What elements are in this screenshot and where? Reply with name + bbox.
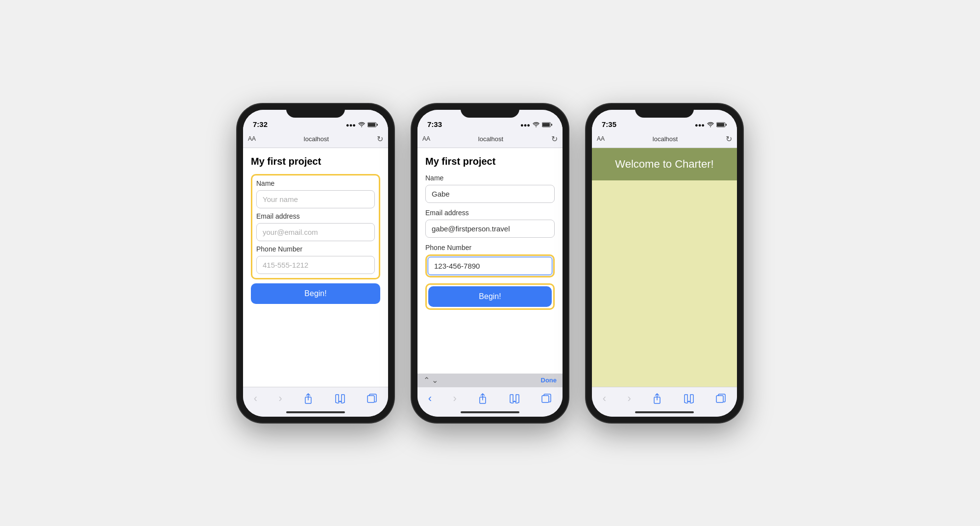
begin-button-1[interactable]: Begin! <box>251 283 380 304</box>
name-label-1: Name <box>256 179 375 187</box>
phone-1: 7:32 ●●● AA localhost ↻ My <box>237 104 394 423</box>
bottom-toolbar-3: ‹ › <box>592 387 737 408</box>
forward-button-3[interactable]: › <box>624 391 635 406</box>
page-title-2: My first project <box>425 156 555 167</box>
home-indicator-1 <box>243 408 388 417</box>
welcome-body-3 <box>592 180 737 387</box>
browser-bar-3: AA localhost ↻ <box>592 131 737 148</box>
browser-url-2[interactable]: localhost <box>434 135 547 143</box>
keyboard-arrows-2: ⌃ ⌄ <box>423 376 438 385</box>
svg-rect-2 <box>377 124 378 125</box>
share-button-1[interactable] <box>299 392 317 405</box>
bookmarks-button-3[interactable] <box>680 393 698 404</box>
svg-rect-1 <box>368 123 375 126</box>
begin-button-2[interactable]: Begin! <box>428 286 552 307</box>
share-button-3[interactable] <box>648 392 666 405</box>
back-button-3[interactable]: ‹ <box>599 391 610 406</box>
wifi-icon <box>358 122 365 128</box>
email-group-1: Email address <box>256 212 375 241</box>
notch-2 <box>461 104 519 118</box>
phone-3: 7:35 ●●● AA localhost ↻ <box>586 104 743 423</box>
battery-icon <box>368 122 378 128</box>
browser-url-1[interactable]: localhost <box>260 135 373 143</box>
signal-icon-3: ●●● <box>695 122 705 128</box>
bookmarks-button-1[interactable] <box>331 393 349 404</box>
browser-bar-2: AA localhost ↻ <box>417 131 563 148</box>
status-icons-3: ●●● <box>695 122 727 128</box>
forward-button-1[interactable]: › <box>275 391 286 406</box>
share-button-2[interactable] <box>474 392 491 405</box>
email-label-1: Email address <box>256 212 375 220</box>
notch-1 <box>286 104 345 118</box>
email-input-2[interactable] <box>425 220 555 238</box>
status-time-3: 7:35 <box>602 120 616 128</box>
phone-group-1: Phone Number <box>256 245 375 274</box>
content-area-2: My first project Name Email address Phon… <box>417 148 563 374</box>
name-group-2: Name <box>425 174 555 203</box>
form-highlight-1: Name Email address Phone Number <box>251 174 380 279</box>
arrow-down[interactable]: ⌄ <box>432 376 438 385</box>
svg-rect-7 <box>551 124 552 125</box>
welcome-content-3: Welcome to Charter! <box>592 148 737 387</box>
bookmarks-button-2[interactable] <box>505 393 524 404</box>
reload-button-1[interactable]: ↻ <box>377 134 383 144</box>
bottom-toolbar-1: ‹ › <box>243 387 388 408</box>
notch-3 <box>635 104 694 118</box>
svg-rect-4 <box>368 396 374 402</box>
bottom-toolbar-2: ‹ › <box>417 387 563 408</box>
reload-button-3[interactable]: ↻ <box>726 134 732 144</box>
wifi-icon-3 <box>707 122 714 128</box>
home-indicator-2 <box>417 408 563 417</box>
reload-button-2[interactable]: ↻ <box>551 134 558 144</box>
status-icons-2: ●●● <box>520 122 553 128</box>
welcome-title-3: Welcome to Charter! <box>615 158 713 170</box>
home-indicator-3 <box>592 408 737 417</box>
email-input-1[interactable] <box>256 223 375 241</box>
phone-group-2: Phone Number <box>425 244 555 277</box>
phone-input-highlight-2 <box>425 254 555 277</box>
phone-label-2: Phone Number <box>425 244 555 251</box>
name-input-2[interactable] <box>425 185 555 203</box>
tabs-button-3[interactable] <box>711 392 730 405</box>
signal-icon: ●●● <box>346 122 356 128</box>
svg-rect-6 <box>542 123 550 126</box>
phone-input-2[interactable] <box>428 257 552 275</box>
svg-rect-9 <box>542 396 549 402</box>
email-group-2: Email address <box>425 209 555 238</box>
email-label-2: Email address <box>425 209 555 217</box>
tabs-button-1[interactable] <box>363 392 381 405</box>
browser-aa-3[interactable]: AA <box>597 135 605 142</box>
phone-2: 7:33 ●●● AA localhost ↻ My <box>412 104 568 423</box>
back-button-1[interactable]: ‹ <box>250 391 261 406</box>
welcome-header-3: Welcome to Charter! <box>592 148 737 180</box>
browser-bar-1: AA localhost ↻ <box>243 131 388 148</box>
keyboard-bar-2: ⌃ ⌄ Done <box>417 374 563 387</box>
status-icons-1: ●●● <box>346 122 378 128</box>
phone-input-1[interactable] <box>256 256 375 274</box>
status-time-1: 7:32 <box>253 120 268 128</box>
content-area-1: My first project Name Email address Phon… <box>243 148 388 387</box>
keyboard-done-2[interactable]: Done <box>541 376 557 384</box>
back-button-2[interactable]: ‹ <box>424 391 436 406</box>
name-group-1: Name <box>256 179 375 208</box>
name-label-2: Name <box>425 174 555 182</box>
arrow-up[interactable]: ⌃ <box>423 376 430 385</box>
phone-label-1: Phone Number <box>256 245 375 253</box>
status-time-2: 7:33 <box>427 120 442 128</box>
svg-rect-14 <box>716 396 723 402</box>
svg-rect-11 <box>717 123 724 126</box>
browser-aa-2[interactable]: AA <box>422 135 430 142</box>
begin-btn-highlight-2: Begin! <box>425 283 555 310</box>
battery-icon-3 <box>716 122 727 128</box>
svg-rect-12 <box>726 124 727 125</box>
wifi-icon-2 <box>533 122 539 128</box>
page-title-1: My first project <box>251 156 380 167</box>
forward-button-2[interactable]: › <box>449 391 461 406</box>
signal-icon-2: ●●● <box>520 122 530 128</box>
tabs-button-2[interactable] <box>537 392 556 405</box>
browser-url-3[interactable]: localhost <box>609 135 722 143</box>
name-input-1[interactable] <box>256 190 375 208</box>
battery-icon-2 <box>542 122 553 128</box>
browser-aa-1[interactable]: AA <box>248 135 256 142</box>
